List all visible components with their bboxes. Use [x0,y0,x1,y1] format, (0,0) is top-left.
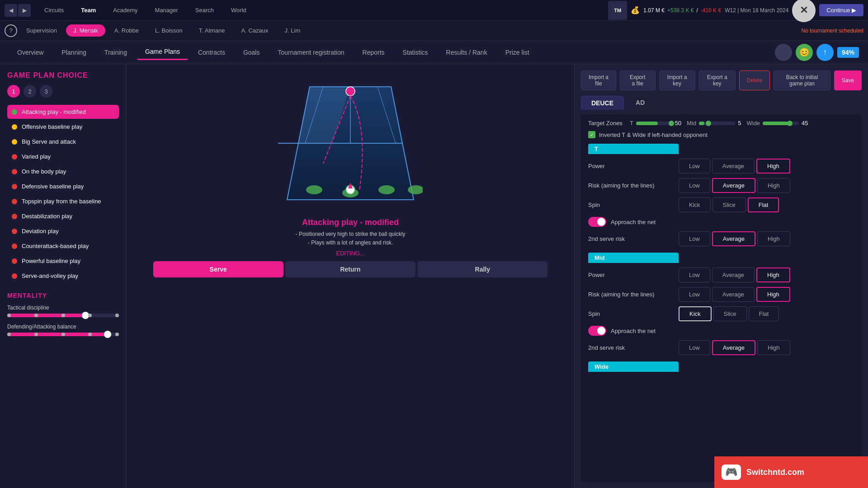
t-risk-high[interactable]: High [757,178,790,193]
continue-button[interactable]: Continue ▶ [819,4,863,16]
inverted-checkbox[interactable]: ✓ [588,131,595,138]
save-button[interactable]: Save [834,70,862,90]
mid-risk-average[interactable]: Average [712,287,755,302]
play-label-3: Varied play [22,153,51,160]
t-2ndserve-row: 2nd serve risk Low Average High [588,231,854,246]
plan-2[interactable]: 2 [24,85,36,98]
mid-power-low[interactable]: Low [679,267,710,282]
player-tab-0[interactable]: J. Mensik [66,24,105,37]
t-approach-toggle[interactable] [588,217,606,227]
zone-mid-slider[interactable] [699,122,735,125]
play-item-7[interactable]: Destabilization play [7,209,119,223]
nav-contracts[interactable]: Contracts [190,45,233,60]
nav-statistics[interactable]: Statistics [395,45,436,60]
mid-spin-kick[interactable]: Kick [679,306,712,321]
mid-power-high[interactable]: High [756,267,790,282]
play-item-3[interactable]: Varied play [7,150,119,164]
zone-wide-slider[interactable] [763,122,799,125]
settings-panel: Target Zones T 50 Mid 5 [581,114,862,482]
play-item-0[interactable]: Attacking play - modified [7,105,119,119]
nav-tournament-reg[interactable]: Tournament registration [269,45,352,60]
money-display: 1.07 M € +538.3 K € / -410 K € [643,7,721,14]
mid-2ndserve-average[interactable]: Average [712,340,755,355]
help-icon[interactable]: ? [5,24,17,37]
t-spin-kick[interactable]: Kick [679,197,711,212]
play-item-6[interactable]: Topspin play from the baseline [7,194,119,208]
serve-button[interactable]: Serve [153,261,283,277]
return-button[interactable]: Return [285,261,415,277]
mid-risk-low[interactable]: Low [679,287,710,302]
mid-power-average[interactable]: Average [712,267,755,282]
player-tab-5[interactable]: J. Lim [278,24,308,37]
nav-back[interactable]: ◀ [5,4,17,17]
close-button[interactable]: ✕ [792,0,816,22]
plan-1[interactable]: 1 [7,85,20,98]
tactical-discipline-track[interactable] [7,314,119,317]
player-tab-2[interactable]: L. Boisson [148,24,190,37]
nav-forward[interactable]: ▶ [18,4,31,17]
nav-academy[interactable]: Academy [105,4,146,16]
nav-training[interactable]: Training [96,45,135,60]
delete-button[interactable]: Delete [739,70,770,90]
play-dot-0 [12,109,17,115]
mid-2ndserve-high[interactable]: High [757,340,790,355]
t-spin-flat[interactable]: Flat [748,197,779,212]
player-tab-1[interactable]: A. Robbe [107,24,146,37]
mid-2ndserve-row: 2nd serve risk Low Average High [588,340,854,355]
nav-planning[interactable]: Planning [53,45,94,60]
mid-spin-slice[interactable]: Slice [713,306,747,321]
nav-circuits[interactable]: Circuits [36,4,72,16]
defending-attacking-row: Defending/Attacking balance [7,324,119,336]
back-to-initial-button[interactable]: Back to initial game plan [774,70,830,90]
import-file-button[interactable]: Import a file [581,70,616,90]
t-power-low[interactable]: Low [679,159,710,174]
play-item-11[interactable]: Serve-and-volley play [7,269,119,283]
nav-world[interactable]: World [223,4,255,16]
nav-overview[interactable]: Overview [9,45,52,60]
import-key-button[interactable]: Import a key [659,70,695,90]
play-item-9[interactable]: Counterattack-based play [7,239,119,253]
nav-prizelist[interactable]: Prize list [497,45,538,60]
mid-2ndserve-low[interactable]: Low [679,340,710,355]
nav-goals[interactable]: Goals [235,45,268,60]
play-item-5[interactable]: Defensive baseline play [7,179,119,193]
t-power-average[interactable]: Average [712,159,755,174]
play-item-2[interactable]: Big Serve and attack [7,135,119,149]
play-item-8[interactable]: Deviation play [7,224,119,238]
rally-button[interactable]: Rally [417,261,547,277]
nav-team[interactable]: Team [73,4,104,16]
play-item-4[interactable]: On the body play [7,164,119,178]
export-file-button[interactable]: Export a file [620,70,655,90]
mid-risk-high[interactable]: High [756,287,790,302]
nav-gameplans[interactable]: Game Plans [137,44,188,60]
nav-reports[interactable]: Reports [354,45,393,60]
player-tab-4[interactable]: A. Cazaux [234,24,276,37]
player-tab-3[interactable]: T. Atmane [192,24,232,37]
t-risk-average[interactable]: Average [712,178,755,193]
zone-t-slider[interactable] [636,122,672,125]
t-2ndserve-high[interactable]: High [757,231,790,246]
plan-3[interactable]: 3 [40,85,52,98]
mid-approach-toggle[interactable] [588,326,606,336]
play-item-1[interactable]: Offensive baseline play [7,120,119,134]
t-risk-low[interactable]: Low [679,178,710,193]
t-power-high[interactable]: High [756,159,790,174]
svg-point-10 [346,87,355,96]
play-name: Attacking play - modified [302,218,399,227]
mid-spin-flat[interactable]: Flat [749,306,779,321]
nav-results[interactable]: Results / Rank [438,45,495,60]
t-2ndserve-low[interactable]: Low [679,231,710,246]
play-item-10[interactable]: Powerful baseline play [7,254,119,268]
t-2ndserve-average[interactable]: Average [712,231,755,246]
play-dot-2 [12,139,17,145]
t-spin-slice[interactable]: Slice [712,197,746,212]
defending-attacking-track[interactable] [7,333,119,336]
supervision-tab[interactable]: Supervision [19,24,64,37]
t-approach-knob [597,218,605,226]
ad-tab[interactable]: AD [626,96,655,110]
deuce-tab[interactable]: DEUCE [581,96,624,110]
nav-search[interactable]: Search [187,4,222,16]
nav-manager[interactable]: Manager [147,4,186,16]
mid-risk-options: Low Average High [679,287,790,302]
export-key-button[interactable]: Export a key [699,70,736,90]
